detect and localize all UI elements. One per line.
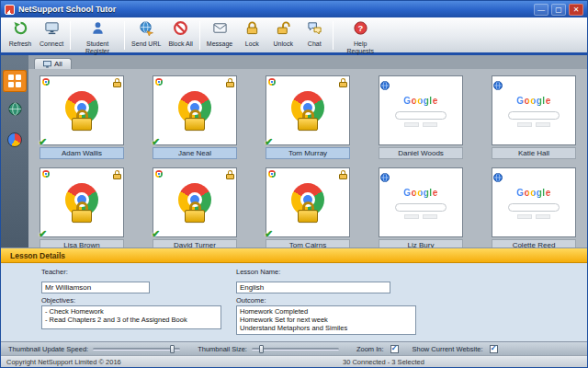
- lock-overlay-icon: [298, 109, 318, 131]
- student-thumbnail[interactable]: Google ✔ Liz Bury: [379, 167, 463, 251]
- objectives-input[interactable]: - Check Homework - Read Chapters 2 and 3…: [41, 305, 221, 329]
- sidebar-item-web-view[interactable]: [3, 99, 27, 121]
- block-all-icon: [173, 20, 188, 40]
- checkmark-icon: ✔: [265, 229, 273, 239]
- thumbnail-update-speed-slider[interactable]: [93, 344, 180, 354]
- connect-icon: [44, 20, 60, 40]
- lock-badge-icon: [339, 170, 347, 179]
- lock-button[interactable]: Lock: [236, 18, 267, 52]
- lesson-name-label: Lesson Name:: [236, 268, 578, 276]
- student-name: Daniel Woods: [379, 147, 463, 159]
- lock-badge-icon: [113, 170, 121, 179]
- student-name: Adam Wallis: [40, 147, 124, 159]
- teacher-field: Teacher:: [41, 268, 236, 293]
- zoom-in-checkbox[interactable]: [390, 345, 399, 353]
- toolbar-separator: [333, 21, 334, 50]
- title-bar: NetSupport School Tutor — ▢ ✕: [1, 1, 587, 17]
- refresh-button[interactable]: Refresh: [5, 18, 36, 52]
- sidebar-item-monitor-view[interactable]: [3, 70, 27, 92]
- outcome-field: Outcome: Homework Completed Homework Set…: [236, 296, 578, 335]
- chrome-badge-icon: [42, 170, 50, 178]
- lesson-details-header[interactable]: Lesson Details: [1, 248, 587, 263]
- student-thumbnail[interactable]: Google ✔ Tom Cairns: [266, 167, 350, 251]
- send-url-icon: [139, 20, 154, 40]
- lesson-details-panel: Lesson Details Teacher: Lesson Name: Obj…: [1, 247, 587, 341]
- thumbnail-size-slider[interactable]: [252, 344, 339, 354]
- student-name: Katie Hall: [492, 147, 576, 159]
- checkmark-icon: ✔: [152, 137, 160, 147]
- student-screen: Google ✔: [266, 75, 350, 145]
- monitor-icon: [43, 61, 51, 68]
- student-register-icon: [90, 20, 106, 40]
- svg-text:?: ?: [357, 23, 363, 33]
- student-thumbnail[interactable]: Google ✔ Lisa Brown: [40, 167, 124, 251]
- outcome-input[interactable]: Homework Completed Homework Set for next…: [236, 305, 416, 335]
- chrome-badge-icon: [42, 78, 50, 86]
- search-box: [508, 111, 560, 120]
- help-requests-button[interactable]: ? Help Requests: [336, 18, 384, 52]
- close-button[interactable]: ✕: [569, 4, 583, 16]
- unlock-button[interactable]: Unlock: [267, 18, 299, 52]
- student-screen: Google ✔: [40, 75, 124, 145]
- student-thumbnail[interactable]: Google ✔ Katie Hall: [492, 75, 576, 159]
- search-box: [508, 203, 560, 212]
- student-screen: Google ✔: [266, 167, 350, 237]
- message-button[interactable]: Message: [203, 18, 236, 52]
- google-logo: Google: [403, 96, 437, 106]
- message-icon: [212, 20, 228, 40]
- group-tab-bar: All: [28, 55, 587, 69]
- checkmark-icon: ✔: [152, 229, 160, 239]
- checkmark-icon: ✔: [39, 137, 47, 147]
- show-current-website-checkbox[interactable]: [490, 345, 498, 353]
- tab-all[interactable]: All: [34, 58, 72, 69]
- copyright-text: Copyright NetSupport Limited © 2016: [6, 358, 121, 366]
- connect-button[interactable]: Connect: [36, 18, 67, 52]
- chrome-badge-icon: [268, 78, 276, 86]
- block-all-button[interactable]: Block All: [164, 18, 196, 52]
- objectives-label: Objectives:: [41, 296, 236, 305]
- maximize-button[interactable]: ▢: [551, 4, 566, 16]
- status-bar: Copyright NetSupport Limited © 2016 30 C…: [1, 355, 587, 367]
- student-screen: Google ✔: [379, 167, 463, 237]
- web-page-preview: Google: [492, 76, 575, 144]
- student-thumbnail[interactable]: Google ✔ David Turner: [153, 167, 237, 251]
- lock-overlay-icon: [72, 109, 92, 131]
- refresh-icon: [13, 20, 28, 40]
- lesson-name-input[interactable]: [236, 282, 390, 293]
- lock-badge-icon: [113, 78, 121, 87]
- chrome-badge-icon: [268, 170, 276, 178]
- student-name: Jane Neal: [153, 147, 237, 159]
- lock-overlay-icon: [298, 201, 318, 223]
- slider-thumb[interactable]: [170, 345, 175, 353]
- sidebar-item-survey-view[interactable]: [3, 129, 27, 151]
- student-thumbnail[interactable]: Google ✔ Adam Wallis: [40, 75, 124, 159]
- lock-overlay-icon: [185, 201, 205, 223]
- help-requests-icon: ?: [353, 20, 368, 40]
- student-screen: Google ✔: [379, 75, 463, 145]
- student-screen: Google ✔: [492, 167, 576, 237]
- student-thumbnail[interactable]: Google ✔ Tom Murray: [266, 75, 350, 159]
- student-thumbnail[interactable]: Google ✔ Colette Reed: [492, 167, 576, 251]
- google-logo: Google: [516, 188, 550, 198]
- checkmark-icon: ✔: [39, 229, 47, 239]
- toolbar-separator: [124, 21, 125, 50]
- send-url-button[interactable]: Send URL: [128, 18, 164, 52]
- student-screen: Google ✔: [492, 75, 576, 145]
- toolbar-separator: [70, 21, 71, 50]
- chat-icon: [307, 20, 322, 40]
- outcome-label: Outcome:: [236, 296, 578, 305]
- teacher-input[interactable]: [41, 282, 150, 293]
- objectives-field: Objectives: - Check Homework - Read Chap…: [41, 296, 236, 335]
- zoom-in-label: Zoom In:: [356, 345, 384, 353]
- grid-view-icon: [8, 75, 21, 87]
- student-register-button[interactable]: Student Register: [74, 18, 121, 52]
- slider-thumb[interactable]: [259, 345, 264, 353]
- google-logo: Google: [516, 96, 550, 106]
- search-box: [395, 203, 447, 212]
- chat-button[interactable]: Chat: [299, 18, 330, 52]
- minimize-button[interactable]: —: [534, 4, 548, 16]
- student-thumbnail[interactable]: Google ✔ Daniel Woods: [379, 75, 463, 159]
- student-thumbnail[interactable]: Google ✔ Jane Neal: [153, 75, 237, 159]
- thumbnail-controls-bar: Thumbnail Update Speed: Thumbnail Size: …: [1, 341, 587, 355]
- thumbnail-update-speed-label: Thumbnail Update Speed:: [8, 345, 88, 353]
